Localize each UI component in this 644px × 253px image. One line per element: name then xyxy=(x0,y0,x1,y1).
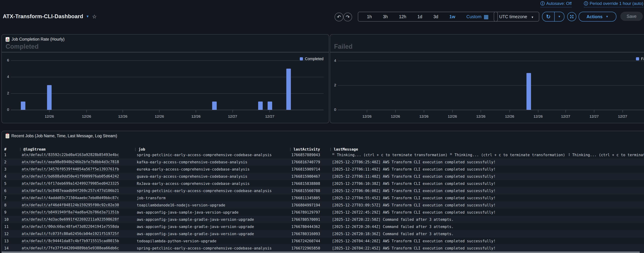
log-stream-text[interactable]: atx/default/83592c22bd0a4163a92828b85493… xyxy=(22,153,119,157)
timezone-select[interactable]: UTC timezone xyxy=(494,12,539,22)
log-stream-text[interactable]: atx/default/bc8487eaadb94f269c257c477d10… xyxy=(22,189,119,193)
dashboard-toolbar: 1h 3h 12h 1d 3d 1w Custom UTC timezone A… xyxy=(334,12,644,22)
table-row: 3atx/default/34576f0539f44054a567f5e1393… xyxy=(2,166,644,173)
time-range-12h[interactable]: 12h xyxy=(399,14,406,19)
last-message: [2025-12-27T04:55:45Z] AWS Transform CLI… xyxy=(332,194,496,201)
log-stream-link[interactable]: atx/default/8c94441da87c4bf7b9715515cad8… xyxy=(22,237,119,244)
x-axis-tick xyxy=(594,110,594,112)
log-stream-link[interactable]: atx/default/7fe37f5442094889bb5e9388ea66… xyxy=(22,244,119,252)
column-label: @logStream xyxy=(24,147,46,151)
log-stream-link[interactable]: atx/default/bc8487eaadb94f269c257c477d10… xyxy=(22,187,119,194)
log-stream-link[interactable]: atx/default/4d3ac0e6991f422692211a923598… xyxy=(22,216,119,223)
actions-label: Actions xyxy=(586,14,602,19)
y-axis-label: 4 xyxy=(329,59,336,63)
log-stream-text[interactable]: atx/default/fc073fc80a62456cb04e1921f519… xyxy=(22,232,119,236)
chart-bar[interactable] xyxy=(268,102,272,110)
chart-bar[interactable] xyxy=(21,102,25,110)
undo-button[interactable] xyxy=(334,13,343,21)
last-activity-timestamp: 1766789129797 xyxy=(292,209,320,216)
y-axis-label: 2 xyxy=(2,91,9,95)
last-message: [2025-12-27T06:25:40Z] AWS Transform CLI… xyxy=(332,158,496,166)
x-axis-label: 12/26 xyxy=(444,114,461,119)
row-number: 8 xyxy=(4,201,6,209)
refresh-options-button[interactable] xyxy=(554,12,564,21)
x-axis-tick xyxy=(538,110,538,112)
redo-button[interactable] xyxy=(343,13,352,21)
log-stream-text[interactable]: atx/default/8c94441da87c4bf7b9715515cad8… xyxy=(22,239,119,243)
last-activity-timestamp: 1766815900467 xyxy=(292,173,320,180)
actions-button[interactable]: Actions xyxy=(578,12,616,22)
log-stream-text[interactable]: atx/default/eea98e8940b246b2bfe7b8bb4d3c… xyxy=(22,160,119,164)
log-stream-text[interactable]: atx/default/34576f0539f44054a567f5e13937… xyxy=(22,167,119,172)
time-range-1w[interactable]: 1w xyxy=(450,14,455,19)
log-stream-link[interactable]: atx/default/34576f0539f44054a567f5e13937… xyxy=(22,166,119,173)
table-row: 1atx/default/83592c22bd0a4163a92828b8549… xyxy=(2,151,644,158)
row-number: 9 xyxy=(4,209,6,216)
x-axis-label: 12/26 xyxy=(501,114,518,119)
chart-bar[interactable] xyxy=(47,85,52,110)
time-range-3h[interactable]: 3h xyxy=(383,14,388,19)
time-range-3d[interactable]: 3d xyxy=(434,14,438,19)
x-axis-tick xyxy=(622,110,623,112)
completed-chart-legend[interactable]: Completed xyxy=(300,57,324,61)
log-stream-link[interactable]: atx/default/4addd03c71504aaebc7ebd0d49bb… xyxy=(22,194,119,201)
last-message: ⠛ Thinking... (ctrl + c to terminate tra… xyxy=(332,151,644,158)
log-stream-link[interactable]: atx/default/00dc60ac48fa473d822041941e75… xyxy=(22,223,119,230)
table-row: 5atx/default/6f17deb699a142499279985ed04… xyxy=(2,180,644,187)
chart-bar[interactable] xyxy=(258,102,263,110)
chart-bar[interactable] xyxy=(526,73,531,110)
timezone-label: UTC timezone xyxy=(499,14,527,19)
log-stream-link[interactable]: atx/default/bd688a9dd50e41f9909976ab05d6… xyxy=(22,173,119,180)
log-stream-text[interactable]: atx/default/b8491949f8a74ad8a42b786d3a71… xyxy=(22,210,119,215)
log-stream-link[interactable]: atx/default/af46d4f048124b159295f00c92c0… xyxy=(22,201,119,209)
chart-bar[interactable] xyxy=(212,102,217,110)
log-stream-text[interactable]: atx/default/4d3ac0e6991f422692211a923598… xyxy=(22,217,119,222)
gridline xyxy=(11,60,324,61)
autosave-toggle-link[interactable]: Autosave: Off xyxy=(540,1,572,7)
last-activity-timestamp: 1766857889043 xyxy=(292,151,320,158)
column-label: job xyxy=(138,147,145,151)
refresh-button[interactable] xyxy=(542,12,554,21)
row-number: 11 xyxy=(4,223,8,230)
log-stream-link[interactable]: atx/default/fc073fc80a62456cb04e1921f519… xyxy=(22,230,119,237)
chevron-down-icon[interactable] xyxy=(86,15,90,18)
page-title: ATX-Transform-CLI-Dashboard xyxy=(3,13,83,20)
job-name: job-transform xyxy=(137,194,166,201)
period-override-link[interactable]: Period override 1 hour (auto) xyxy=(584,1,643,7)
log-stream-link[interactable]: atx/default/eea98e8940b246b2bfe7b8bb4d3c… xyxy=(22,158,119,166)
last-activity-timestamp: 1766780444362 xyxy=(292,223,320,230)
chart-bar[interactable] xyxy=(286,69,291,110)
table-row: 6atx/default/bc8487eaadb94f269c257c477d1… xyxy=(2,187,644,194)
log-stream-text[interactable]: atx/default/7fe37f5442094889bb5e9388ea66… xyxy=(22,246,119,250)
row-number: 10 xyxy=(4,216,8,223)
time-range-custom[interactable]: Custom xyxy=(466,14,489,20)
job-name: kafka-early-access-comprehensive-codebas… xyxy=(137,158,247,166)
time-range-1h[interactable]: 1h xyxy=(367,14,372,19)
log-stream-link[interactable]: atx/default/83592c22bd0a4163a92828b85493… xyxy=(22,151,119,158)
log-stream-text[interactable]: atx/default/6f17deb699a142499279985ed042… xyxy=(22,181,119,186)
log-stream-text[interactable]: atx/default/00dc60ac48fa473d822041941e75… xyxy=(22,224,119,229)
x-axis-tick xyxy=(49,110,50,112)
x-axis-tick xyxy=(395,110,396,112)
favorite-star-icon[interactable] xyxy=(92,14,97,20)
log-stream-text[interactable]: atx/default/af46d4f048124b159295f00c92c0… xyxy=(22,203,119,207)
time-range-1d[interactable]: 1d xyxy=(417,14,422,19)
legend-swatch xyxy=(636,57,639,60)
x-axis-label: 12/26 xyxy=(78,114,95,119)
job-name: eureka-early-access-comprehensive-codeba… xyxy=(137,166,250,173)
log-stream-link[interactable]: atx/default/6f17deb699a142499279985ed042… xyxy=(22,180,119,187)
log-stream-link[interactable]: atx/default/b8491949f8a74ad8a42b786d3a71… xyxy=(22,209,119,216)
column-label: # xyxy=(4,147,6,151)
completed-chart-widget: Job Completion Rate (Hourly) Completed 0… xyxy=(2,34,329,123)
chevron-down-icon xyxy=(531,14,534,19)
job-name: aws-appconfig-java-sample-gradle-java-ve… xyxy=(137,230,254,237)
gridline xyxy=(11,110,324,110)
horizontal-scrollbar[interactable] xyxy=(2,251,640,253)
x-axis-label: 12/26 xyxy=(472,114,490,119)
log-stream-text[interactable]: atx/default/bd688a9dd50e41f9909976ab05d6… xyxy=(22,174,119,179)
failed-chart-legend[interactable]: Failed xyxy=(636,57,644,61)
log-stream-text[interactable]: atx/default/4addd03c71504aaebc7ebd0d49bb… xyxy=(22,196,119,200)
table-row: 13atx/default/8c94441da87c4bf7b9715515ca… xyxy=(2,237,644,244)
save-button[interactable]: Save xyxy=(620,12,643,21)
fullscreen-button[interactable] xyxy=(567,12,576,21)
